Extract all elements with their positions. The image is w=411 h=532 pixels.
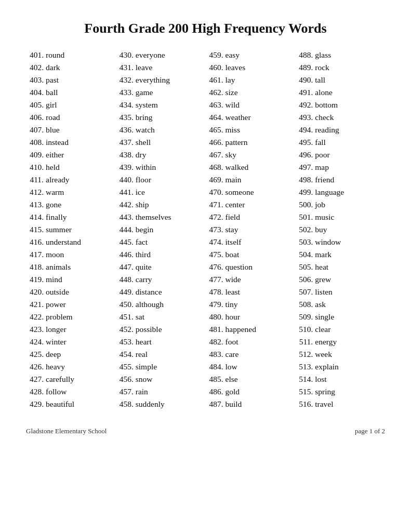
word-number: 470.: [206, 186, 226, 198]
word-number: 512.: [295, 348, 315, 361]
word-text: music: [315, 211, 334, 223]
word-text: gone: [46, 198, 61, 211]
word-text: build: [226, 398, 242, 410]
word-entry: 455.simple: [116, 361, 206, 373]
word-text: main: [226, 174, 242, 186]
word-entry: 440.floor: [116, 174, 206, 186]
word-number: 402.: [26, 61, 46, 74]
word-text: sat: [136, 311, 144, 323]
word-entry: 481.happened: [206, 323, 296, 336]
word-entry: 477.wide: [206, 273, 296, 286]
word-entry: 420.outside: [26, 286, 116, 298]
word-number: 427.: [26, 373, 46, 385]
word-number: 497.: [295, 161, 315, 174]
word-text: fact: [136, 236, 148, 248]
word-entry: 431.leave: [116, 61, 206, 74]
word-number: 432.: [116, 74, 136, 86]
word-number: 500.: [295, 198, 315, 211]
word-text: low: [226, 361, 237, 373]
word-number: 423.: [26, 323, 46, 336]
word-number: 511.: [295, 336, 315, 348]
word-number: 428.: [26, 385, 46, 398]
word-entry: 425.deep: [26, 348, 116, 361]
word-entry: 507.listen: [295, 286, 385, 298]
word-number: 411.: [26, 174, 46, 186]
word-number: 475.: [206, 248, 226, 261]
word-number: 492.: [295, 99, 315, 111]
word-number: 420.: [26, 286, 46, 298]
word-text: either: [46, 149, 64, 161]
word-number: 480.: [206, 311, 226, 323]
word-number: 505.: [295, 261, 315, 273]
word-text: within: [136, 161, 156, 174]
word-entry: 495.fall: [295, 136, 385, 149]
word-number: 499.: [295, 186, 315, 198]
word-entry: 505.heat: [295, 261, 385, 273]
word-entry: 513.explain: [295, 361, 385, 373]
word-entry: 480.hour: [206, 311, 296, 323]
word-number: 463.: [206, 99, 226, 111]
word-number: 479.: [206, 298, 226, 311]
word-entry: 433.game: [116, 86, 206, 99]
footer-right: page 1 of 2: [355, 427, 385, 435]
word-entry: 461.lay: [206, 74, 296, 86]
word-number: 415.: [26, 223, 46, 236]
word-number: 456.: [116, 373, 136, 385]
word-text: instead: [46, 136, 69, 149]
word-entry: 474.itself: [206, 236, 296, 248]
word-entry: 486.gold: [206, 385, 296, 398]
word-text: someone: [226, 186, 254, 198]
word-number: 442.: [116, 198, 136, 211]
word-number: 409.: [26, 149, 46, 161]
word-text: heat: [315, 261, 328, 273]
word-text: outside: [46, 286, 69, 298]
word-number: 465.: [206, 124, 226, 136]
word-text: mind: [46, 273, 62, 286]
column-3: 459.easy460.leaves461.lay462.size463.wil…: [206, 49, 296, 410]
word-number: 514.: [295, 373, 315, 385]
word-text: grew: [315, 273, 331, 286]
column-4: 488.glass489.rock490.tall491.alone492.bo…: [295, 49, 385, 410]
word-text: winter: [46, 336, 67, 348]
word-entry: 514.lost: [295, 373, 385, 385]
word-text: begin: [136, 223, 153, 236]
word-entry: 443.themselves: [116, 211, 206, 223]
word-number: 439.: [116, 161, 136, 174]
word-entry: 417.moon: [26, 248, 116, 261]
word-number: 431.: [116, 61, 136, 74]
word-number: 412.: [26, 186, 46, 198]
word-entry: 491.alone: [295, 86, 385, 99]
word-entry: 423.longer: [26, 323, 116, 336]
word-text: listen: [315, 286, 333, 298]
word-text: snow: [136, 373, 153, 385]
word-entry: 470.someone: [206, 186, 296, 198]
word-text: miss: [226, 124, 240, 136]
word-number: 483.: [206, 348, 226, 361]
word-text: heart: [136, 336, 152, 348]
word-number: 516.: [295, 398, 315, 410]
word-entry: 504.mark: [295, 248, 385, 261]
word-number: 408.: [26, 136, 46, 149]
word-text: everyone: [136, 49, 165, 61]
word-entry: 444.begin: [116, 223, 206, 236]
word-entry: 432.everything: [116, 74, 206, 86]
word-text: dry: [136, 149, 147, 161]
word-entry: 451.sat: [116, 311, 206, 323]
word-number: 406.: [26, 111, 46, 124]
page-footer: Gladstone Elementary School page 1 of 2: [26, 427, 385, 435]
word-text: boat: [226, 248, 240, 261]
word-number: 464.: [206, 111, 226, 124]
word-text: window: [315, 236, 341, 248]
word-number: 437.: [116, 136, 136, 149]
word-text: wild: [226, 99, 240, 111]
word-number: 450.: [116, 298, 136, 311]
word-entry: 468.walked: [206, 161, 296, 174]
word-number: 403.: [26, 74, 46, 86]
word-number: 410.: [26, 161, 46, 174]
word-entry: 448.carry: [116, 273, 206, 286]
word-entry: 421.power: [26, 298, 116, 311]
word-text: everything: [136, 74, 170, 86]
word-text: happened: [226, 323, 256, 336]
word-number: 484.: [206, 361, 226, 373]
word-entry: 494.reading: [295, 124, 385, 136]
